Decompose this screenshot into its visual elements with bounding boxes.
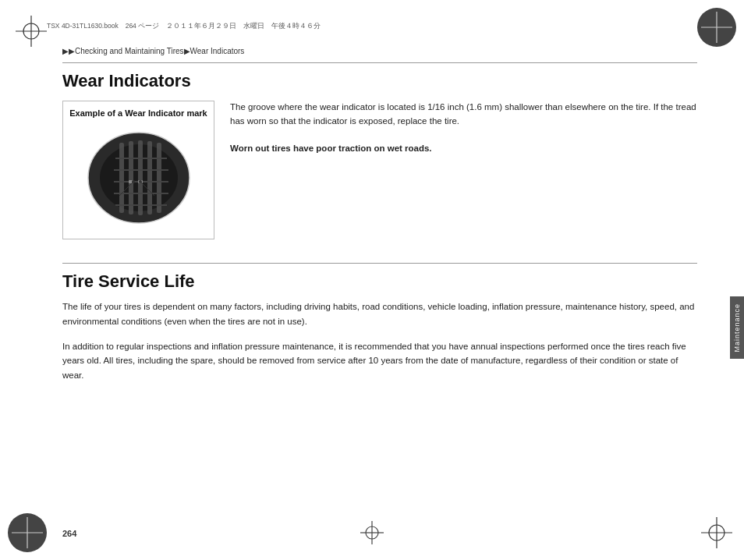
svg-point-26 xyxy=(132,180,135,183)
svg-point-28 xyxy=(139,180,142,183)
svg-rect-15 xyxy=(147,141,152,214)
corner-decoration-bl xyxy=(12,517,43,548)
side-tab-label: Maintenance xyxy=(733,303,741,353)
service-life-title: Tire Service Life xyxy=(62,271,697,292)
tire-illustration xyxy=(69,123,207,232)
service-life-paragraph1: The life of your tires is dependent on m… xyxy=(62,299,697,328)
corner-decoration-br xyxy=(701,517,732,548)
svg-rect-16 xyxy=(157,143,161,213)
svg-rect-13 xyxy=(129,141,133,214)
section-divider-wear xyxy=(62,62,697,63)
header-bar: TSX 4D-31TL1630.book 264 ページ ２０１１年６月２９日 … xyxy=(47,22,697,31)
tire-image-box: Example of a Wear Indicator mark xyxy=(62,101,214,239)
svg-rect-14 xyxy=(138,140,143,215)
breadcrumb: ▶▶Checking and Maintaining Tires▶Wear In… xyxy=(62,47,244,55)
page: TSX 4D-31TL1630.book 264 ページ ２０１１年６月２９日 … xyxy=(0,0,744,560)
svg-rect-12 xyxy=(119,143,124,213)
wear-indicators-title: Wear Indicators xyxy=(62,71,697,91)
wear-description: The groove where the wear indicator is l… xyxy=(230,101,697,239)
page-number: 264 xyxy=(62,529,76,538)
file-info: TSX 4D-31TL1630.book 264 ページ ２０１１年６月２９日 … xyxy=(47,22,321,31)
corner-decoration-tl xyxy=(16,16,47,47)
side-tab: Maintenance xyxy=(730,296,744,359)
wear-bold-text: Worn out tires have poor traction on wet… xyxy=(230,144,432,153)
service-life-paragraph2: In addition to regular inspections and i… xyxy=(62,339,697,382)
image-label: Example of a Wear Indicator mark xyxy=(69,108,207,119)
wear-indicator-content: Example of a Wear Indicator mark xyxy=(62,101,697,239)
corner-decoration-tr xyxy=(701,12,732,43)
bottom-center-registration xyxy=(360,521,384,544)
main-content: Wear Indicators Example of a Wear Indica… xyxy=(62,62,697,513)
section-divider-service xyxy=(62,263,697,264)
